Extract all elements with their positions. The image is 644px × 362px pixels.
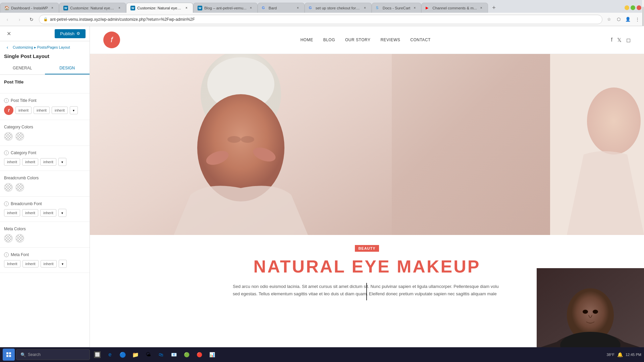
tab-dashboard[interactable]: 🏠 Dashboard - InstaWP × xyxy=(0,3,59,13)
nav-blog[interactable]: BLOG xyxy=(323,38,335,42)
info-icon[interactable]: i xyxy=(4,201,9,206)
breadcrumb-parent[interactable]: Customizing xyxy=(13,45,33,49)
cat-font-size[interactable]: inherit xyxy=(40,158,56,166)
nav-reviews[interactable]: REVIEWS xyxy=(380,38,400,42)
meta-font-size[interactable]: inherit xyxy=(41,260,57,267)
nav-contact[interactable]: CONTACT xyxy=(410,38,431,42)
taskbar-weather[interactable]: 🌤 xyxy=(142,349,154,361)
meta-color-swatch-1[interactable] xyxy=(4,234,13,243)
logo-letter: f xyxy=(111,36,113,44)
tab-close-icon[interactable]: × xyxy=(117,6,122,10)
facebook-icon[interactable]: f xyxy=(611,37,612,43)
minimize-button[interactable] xyxy=(625,5,629,10)
info-icon[interactable]: i xyxy=(4,98,9,103)
tab-close-icon[interactable]: × xyxy=(50,6,55,10)
tab-general[interactable]: GENERAL xyxy=(0,62,45,74)
back-to-customizing-button[interactable]: ‹ xyxy=(4,44,11,51)
tab-close-icon[interactable]: × xyxy=(412,6,417,10)
taskbar-app7[interactable]: 🟢 xyxy=(180,349,193,361)
font-size-selector[interactable]: inherit xyxy=(52,107,68,114)
breadcrumb-color-swatch-2[interactable] xyxy=(15,183,24,192)
cat-font-dropdown[interactable]: ▾ xyxy=(58,158,66,166)
tab-docs[interactable]: S Docs - SureCart × xyxy=(372,3,421,13)
tab-comments[interactable]: ▶ Channel comments & m... × xyxy=(421,3,488,13)
category-color-swatch-1[interactable] xyxy=(4,132,13,141)
taskbar-app6[interactable]: 📧 xyxy=(168,349,180,361)
meta-color-swatch-2[interactable] xyxy=(15,234,24,243)
taskbar-cortana[interactable]: 🔲 xyxy=(91,349,103,361)
tab-close-icon[interactable]: × xyxy=(184,6,189,10)
taskbar-store[interactable]: 🛍 xyxy=(155,349,167,361)
tab-close-icon[interactable]: × xyxy=(296,6,300,10)
taskbar-app8[interactable]: 🔴 xyxy=(193,349,205,361)
taskbar-search[interactable]: 🔍 Search xyxy=(16,349,90,360)
svg-point-6 xyxy=(227,136,241,143)
tab-design[interactable]: DESIGN xyxy=(45,62,90,74)
taskbar-explorer[interactable]: 📁 xyxy=(129,349,142,361)
meta-font-weight[interactable]: inherit xyxy=(22,260,39,267)
nav-home[interactable]: HOME xyxy=(301,38,313,42)
taskbar-edge[interactable]: e xyxy=(104,349,116,361)
breadcrumb-color-swatch-1[interactable] xyxy=(4,183,13,192)
tab-customize2[interactable]: W Customize: Natural eye m... × xyxy=(126,3,193,13)
instagram-icon[interactable]: ◻ xyxy=(626,37,631,43)
customizer-body[interactable]: Post Title i Post Title Font f inherit i… xyxy=(0,75,90,347)
profile-icon[interactable]: 👤 xyxy=(624,15,632,23)
category-font-controls: inherit inherit inherit ▾ xyxy=(4,158,86,166)
tab-close-icon[interactable]: × xyxy=(479,6,484,10)
video-person xyxy=(537,268,644,349)
tab-customize1[interactable]: W Customize: Natural eye m... × xyxy=(59,3,126,13)
settings-icon[interactable]: ⋮ xyxy=(633,15,641,23)
meta-font-family[interactable]: Inherit xyxy=(4,260,20,267)
tab-favicon: W xyxy=(198,6,202,10)
maximize-button[interactable] xyxy=(631,5,635,10)
nav-our-story[interactable]: OUR STORY xyxy=(345,38,370,42)
taskbar-chrome[interactable]: 🔵 xyxy=(117,349,129,361)
windows-start-button[interactable] xyxy=(3,349,15,361)
info-icon[interactable]: i xyxy=(4,252,9,257)
bc-font-dropdown[interactable]: ▾ xyxy=(58,209,66,217)
close-customizer-button[interactable]: ✕ xyxy=(4,29,13,38)
bc-font-size[interactable]: inherit xyxy=(40,209,56,217)
bc-font-weight[interactable]: inherit xyxy=(22,209,38,217)
address-bar[interactable]: 🔒 ant-petrel-vemu.instawp.xyz/wp-admin/c… xyxy=(39,15,602,24)
tab-close-icon[interactable]: × xyxy=(249,6,253,10)
taskbar-notification-icon[interactable]: 🔔 xyxy=(617,352,623,357)
forward-button[interactable]: › xyxy=(15,15,24,24)
info-icon[interactable]: i xyxy=(4,150,9,155)
cat-font-family[interactable]: inherit xyxy=(4,158,20,166)
close-button[interactable] xyxy=(637,5,641,10)
tab-checkout[interactable]: G set up store chekout form... × xyxy=(305,3,372,13)
reload-button[interactable]: ↻ xyxy=(27,15,36,24)
tab-blog[interactable]: W Blog – ant-petrel-vemu... × xyxy=(193,3,258,13)
font-dropdown-button[interactable]: ▾ xyxy=(70,106,78,114)
meta-font-label: i Meta Font xyxy=(4,252,86,257)
tab-bard[interactable]: G Bard × xyxy=(258,3,305,13)
category-color-swatches xyxy=(4,132,86,141)
new-tab-button[interactable]: + xyxy=(489,3,499,12)
font-weight-selector[interactable]: inherit xyxy=(34,107,50,114)
back-button[interactable]: ‹ xyxy=(3,15,12,24)
tab-favicon: G xyxy=(262,6,267,10)
publish-button[interactable]: Publish ⚙ xyxy=(55,29,86,38)
font-circle-button[interactable]: f xyxy=(4,106,13,115)
post-title-font-label: i Post Title Font xyxy=(4,98,86,103)
category-badge[interactable]: BEAUTY xyxy=(355,245,379,252)
bc-font-family[interactable]: inherit xyxy=(4,209,20,217)
meta-font-dropdown[interactable]: ▾ xyxy=(59,260,67,268)
tab-close-icon[interactable]: × xyxy=(363,6,367,10)
bookmark-icon[interactable]: ☆ xyxy=(605,15,613,23)
cat-font-weight[interactable]: inherit xyxy=(22,158,38,166)
category-color-swatch-2[interactable] xyxy=(15,132,24,141)
tab-title: Customize: Natural eye m... xyxy=(70,6,115,10)
address-bar-row: ‹ › ↻ 🔒 ant-petrel-vemu.instawp.xyz/wp-a… xyxy=(0,13,644,26)
taskbar-app9[interactable]: 📊 xyxy=(206,349,218,361)
breadcrumb-child[interactable]: Posts/Pages Layout xyxy=(37,45,70,49)
tab-favicon: 🏠 xyxy=(4,6,9,10)
tab-favicon: W xyxy=(130,6,135,10)
twitter-icon[interactable]: 𝕏 xyxy=(617,37,622,43)
font-family-selector[interactable]: inherit xyxy=(15,107,32,114)
category-font-label: i Category Font xyxy=(4,150,86,155)
taskbar-app-icons: 🔲 e 🔵 📁 🌤 🛍 📧 🟢 🔴 📊 xyxy=(91,349,218,361)
extensions-icon[interactable]: ⬡ xyxy=(614,15,623,23)
